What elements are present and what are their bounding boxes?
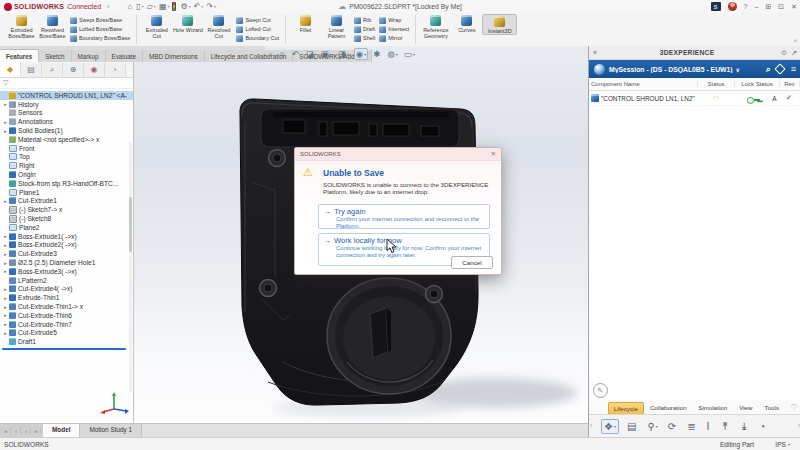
try-again-option[interactable]: → Try again Confirm your internet connec…	[318, 204, 490, 229]
curves-button[interactable]: Curves	[451, 14, 482, 33]
lifecycle-tool-button[interactable]: ⇤	[719, 420, 732, 433]
panel-tab[interactable]: ◆	[0, 62, 21, 77]
tree-item[interactable]: LPattern2	[0, 276, 133, 285]
close-button[interactable]: ✕	[791, 0, 797, 13]
tree-item[interactable]: "CONTROL SHROUD LN1, LN2" <A-	[0, 91, 133, 100]
panel-bottom-tab[interactable]: Simulation	[692, 401, 733, 414]
command-tab[interactable]: Sketch	[39, 50, 71, 62]
panel-tab[interactable]: ▤	[21, 63, 42, 77]
expand-arrow-icon[interactable]: ▸	[2, 286, 9, 292]
tree-item[interactable]: Material <not specified>-> x	[0, 135, 133, 144]
ribbon-small-button[interactable]: Intersect	[379, 25, 409, 33]
expand-arrow-icon[interactable]: ▸	[2, 119, 9, 125]
comment-bubble-icon[interactable]: ✎	[593, 383, 608, 398]
ribbon-small-button[interactable]: Swept Boss/Base	[70, 16, 130, 24]
ribbon-small-button[interactable]: Wrap	[379, 16, 409, 24]
heads-up-button[interactable]: ▭ ▾	[403, 49, 416, 59]
quick-access-button[interactable]: ⚙ ▾	[180, 3, 190, 11]
expand-arrow-icon[interactable]: ▸	[2, 330, 9, 336]
threedexperience-compass-icon[interactable]: S	[711, 2, 721, 11]
expand-arrow-icon[interactable]: ▸	[2, 321, 9, 327]
heads-up-button[interactable]: ◪	[305, 49, 316, 59]
command-tab[interactable]: Markup	[72, 50, 106, 62]
expand-arrow-icon[interactable]: ▸	[2, 128, 9, 134]
panel-tab[interactable]: ◉	[84, 63, 105, 77]
quick-access-button[interactable]: ▯ ▾	[136, 3, 143, 11]
cancel-button[interactable]: Cancel	[451, 256, 493, 269]
extruded-cut-button[interactable]: Extruded Cut	[141, 14, 172, 39]
panel-tab[interactable]: ⊕	[63, 63, 84, 77]
rollback-bar[interactable]	[2, 348, 126, 350]
tree-item[interactable]: Top	[0, 153, 133, 162]
panel-bottom-tab[interactable]: Tools	[759, 401, 785, 414]
tree-item[interactable]: Draft1	[0, 337, 133, 346]
ribbon-small-button[interactable]: Mirror	[379, 34, 409, 42]
command-tab[interactable]: Features	[0, 49, 39, 62]
quick-access-button[interactable]: ▱ ▾	[147, 3, 156, 11]
expand-arrow-icon[interactable]: ▸	[2, 233, 9, 239]
lifecycle-tool-button[interactable]: ▤	[625, 420, 639, 433]
tree-item[interactable]: ▸ History	[0, 100, 133, 109]
tree-scrollbar-thumb[interactable]	[129, 197, 132, 252]
tree-item[interactable]: ▸ Boss-Extrude3( ->x)	[0, 267, 133, 276]
ribbon-small-button[interactable]: Boundary Cut	[236, 34, 279, 42]
panel-bottom-tab[interactable]: Collaboration	[644, 401, 692, 414]
panel-tab[interactable]: ›	[105, 63, 126, 77]
help-icon[interactable]: ?	[744, 0, 748, 13]
tree-item[interactable]: ▸ Cut-Extrude5	[0, 329, 133, 338]
lifecycle-tool-button[interactable]: ⟳	[666, 420, 679, 433]
expand-arrow-icon[interactable]: ▸	[2, 101, 9, 107]
units-selector[interactable]: IPS ▾	[775, 441, 790, 448]
layout-button[interactable]: ⊞	[765, 0, 771, 13]
instant3d-button[interactable]: Instant3D	[482, 14, 517, 35]
motion-study-tab[interactable]: Motion Study 1	[80, 424, 142, 438]
tree-item[interactable]: ▸ Cut-Extrude-Thin1-> x	[0, 302, 133, 311]
tab-scroll-icon[interactable]: ‹	[12, 428, 21, 434]
ribbon-small-button[interactable]: Draft	[354, 25, 375, 33]
quick-access-button[interactable]: ↷ ▾	[206, 3, 216, 11]
tree-item[interactable]: ▸ Cut-Extrude4( ->x)	[0, 285, 133, 294]
panel-bottom-tab[interactable]: View	[733, 401, 758, 414]
command-tab[interactable]: MBD Dimensions	[143, 50, 205, 62]
user-avatar[interactable]	[728, 2, 737, 11]
expand-arrow-icon[interactable]: ▸	[2, 242, 9, 248]
tree-item[interactable]: Front	[0, 144, 133, 153]
quick-access-button[interactable]	[172, 2, 177, 11]
minimize-button[interactable]: –	[754, 0, 758, 13]
tree-item[interactable]: Sensors	[0, 109, 133, 118]
tree-item[interactable]: Plane1	[0, 188, 133, 197]
heads-up-button[interactable]: ✱	[372, 49, 382, 59]
expand-arrow-icon[interactable]: ▸	[2, 304, 9, 310]
ribbon-small-button[interactable]: Lofted Cut	[236, 25, 279, 33]
quick-access-button[interactable]: ⌂	[127, 3, 133, 11]
expand-arrow-icon[interactable]: ▸	[2, 251, 9, 257]
tree-item[interactable]: ▸ Annotations	[0, 117, 133, 126]
lifecycle-tool-button[interactable]: ⚲ ▾	[645, 420, 659, 433]
undock-icon[interactable]: ↗	[791, 49, 797, 57]
tree-item[interactable]: ▸ Cut-Extrude-Thin7	[0, 320, 133, 329]
heads-up-button[interactable]: ⌗	[279, 49, 287, 59]
lifecycle-tool-button[interactable]: ❖ ▾	[601, 419, 619, 434]
tree-item[interactable]: ▸ Ø2.5 (2.5) Diameter Hole1	[0, 258, 133, 267]
favorites-heart-icon[interactable]: ♡	[791, 403, 798, 412]
menu-icon[interactable]: ≡	[791, 64, 796, 74]
lifecycle-tool-button[interactable]: Ⅰ	[705, 420, 713, 433]
command-tab[interactable]: Evaluate	[106, 50, 144, 62]
tree-filter[interactable]: ▽	[0, 78, 133, 89]
tree-item[interactable]: ▸ Cut-Extrude1	[0, 197, 133, 206]
hole-wizard-button[interactable]: Hole Wizard	[172, 14, 203, 33]
tree-item[interactable]: Right	[0, 161, 133, 170]
tree-item[interactable]: Plane2	[0, 223, 133, 232]
tree-item[interactable]: Origin	[0, 170, 133, 179]
heads-up-button[interactable]: ◨ ▾	[337, 49, 350, 59]
tag-icon[interactable]	[774, 63, 785, 74]
ribbon-collapse-icon[interactable]: ^	[794, 38, 797, 45]
tree-item[interactable]: ▸ Solid Bodies(1)	[0, 126, 133, 135]
heads-up-button[interactable]: ▣ ▾	[320, 49, 333, 59]
tree-item[interactable]: Stock-from stp R3-HandOff-BTC...	[0, 179, 133, 188]
tree-item[interactable]: ▸ Boss-Extrude2( ->x)	[0, 241, 133, 250]
quick-access-button[interactable]: ▦ ▾	[159, 3, 170, 11]
ribbon-small-button[interactable]: Boundary Boss/Base	[70, 34, 130, 42]
ribbon-small-button[interactable]: Swept Cut	[236, 16, 279, 24]
tab-scroll-icon[interactable]: «	[2, 428, 11, 434]
